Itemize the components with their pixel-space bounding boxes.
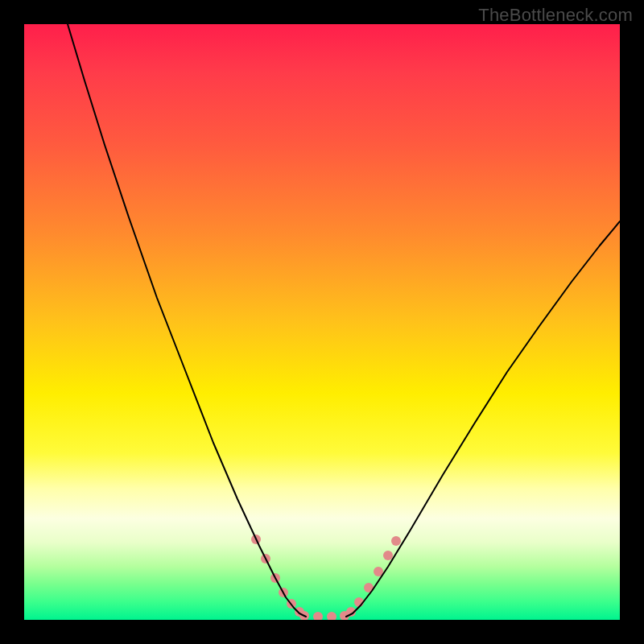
curve-left bbox=[68, 24, 306, 617]
salmon-overlay-bottom-dot bbox=[313, 612, 323, 620]
salmon-overlay-right-dot bbox=[391, 536, 401, 546]
watermark-text: TheBottleneck.com bbox=[478, 5, 633, 26]
salmon-overlay-bottom-dot bbox=[327, 612, 336, 620]
plot-area bbox=[24, 24, 620, 620]
curve-layer bbox=[24, 24, 620, 620]
chart-frame: TheBottleneck.com bbox=[0, 0, 644, 644]
salmon-overlay-right-dot bbox=[383, 551, 393, 560]
